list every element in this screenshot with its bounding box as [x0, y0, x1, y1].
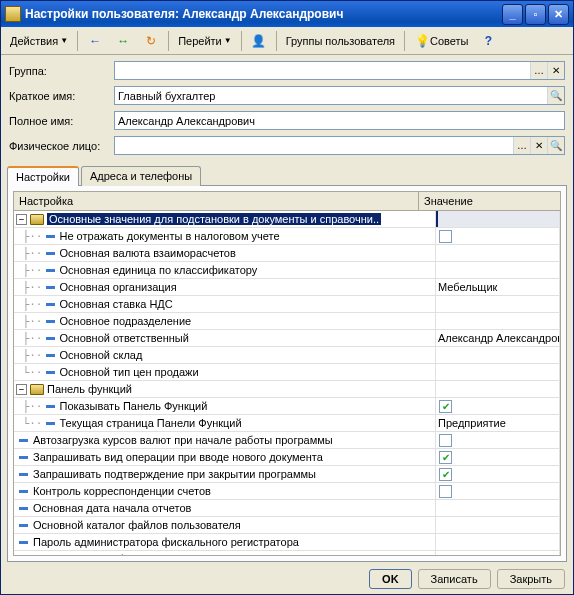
value-cell[interactable] [436, 313, 560, 329]
table-row[interactable]: ├··Основная организацияМебельщик [14, 279, 560, 296]
user-icon-button[interactable]: 👤 [246, 30, 272, 52]
value-cell[interactable] [436, 483, 560, 499]
value-cell[interactable]: Мебельщик [436, 279, 560, 295]
tree-toggle[interactable]: − [16, 214, 27, 225]
phys-person-input[interactable] [115, 137, 513, 154]
value-cell[interactable] [436, 296, 560, 312]
short-name-input[interactable] [115, 87, 547, 104]
refresh-nav-button[interactable]: ↔ [110, 30, 136, 52]
goto-menu[interactable]: Перейти ▼ [173, 30, 237, 52]
table-body[interactable]: −Основные значения для подстановки в док… [14, 211, 560, 555]
value-cell[interactable]: Александр Александрович [436, 330, 560, 346]
select-button[interactable]: … [530, 62, 547, 79]
value-text: Предприятие [438, 417, 506, 429]
table-row[interactable]: Пароль администратора фискального регист… [14, 534, 560, 551]
table-row[interactable]: └··Текущая страница Панели ФункцийПредпр… [14, 415, 560, 432]
table-row[interactable]: Запрашивать подтверждение при закрытии п… [14, 466, 560, 483]
table-row[interactable]: Автозагрузка курсов валют при начале раб… [14, 432, 560, 449]
minimize-button[interactable]: _ [502, 4, 523, 25]
table-row[interactable]: ├··Основная единица по классификатору [14, 262, 560, 279]
value-cell[interactable]: ✔ [436, 466, 560, 482]
value-cell[interactable] [436, 262, 560, 278]
table-row[interactable]: ├··Показывать Панель Функций✔ [14, 398, 560, 415]
clear-button[interactable]: ✕ [530, 137, 547, 154]
table-row[interactable]: ├··Основная ставка НДС [14, 296, 560, 313]
table-row[interactable]: Контроль корреспонденции счетов [14, 483, 560, 500]
checkbox[interactable]: ✔ [439, 451, 452, 464]
tab-content: Настройка Значение −Основные значения дл… [7, 186, 567, 562]
setting-label: Не отражать документы в налоговом учете [60, 230, 280, 242]
tips-button[interactable]: 💡 Советы [409, 30, 473, 52]
value-cell[interactable] [436, 381, 560, 397]
table-row[interactable]: −Основные значения для подстановки в док… [14, 211, 560, 228]
user-icon: 👤 [251, 33, 267, 49]
lookup-button[interactable]: 🔍 [547, 87, 564, 104]
value-cell[interactable] [436, 364, 560, 380]
tab-settings[interactable]: Настройки [7, 166, 79, 186]
value-cell[interactable] [436, 347, 560, 363]
back-button[interactable]: ← [82, 30, 108, 52]
value-text: Мебельщик [438, 281, 497, 293]
table-row[interactable]: Основная дата начала отчетов [14, 500, 560, 517]
close-window-button[interactable]: ✕ [548, 4, 569, 25]
value-cell[interactable] [436, 500, 560, 516]
short-name-label: Краткое имя: [9, 90, 114, 102]
checkbox[interactable]: ✔ [439, 400, 452, 413]
full-name-input[interactable] [115, 112, 564, 129]
dash-icon [46, 286, 55, 289]
user-groups-button[interactable]: Группы пользователя [281, 30, 400, 52]
setting-label: Основная дата начала отчетов [33, 502, 191, 514]
setting-cell: ├··Не отражать документы в налоговом уче… [14, 228, 436, 244]
table-row[interactable]: ├··Основное подразделение [14, 313, 560, 330]
table-row[interactable]: Основной каталог файлов пользователя [14, 517, 560, 534]
clear-button[interactable]: ✕ [547, 62, 564, 79]
value-cell[interactable] [436, 211, 560, 227]
table-row[interactable]: ├··Основная валюта взаиморасчетов [14, 245, 560, 262]
dash-icon [46, 405, 55, 408]
checkbox[interactable] [439, 485, 452, 498]
separator [404, 31, 405, 51]
tree-toggle[interactable]: − [16, 384, 27, 395]
col-setting[interactable]: Настройка [14, 192, 419, 210]
table-row[interactable]: ├··Основной склад [14, 347, 560, 364]
table-row[interactable]: ├··Не отражать документы в налоговом уче… [14, 228, 560, 245]
setting-label: Запрашивать подтверждение при закрытии п… [33, 468, 316, 480]
value-cell[interactable] [436, 517, 560, 533]
table-row[interactable]: Пароль кассира фискального регистратора [14, 551, 560, 555]
select-button[interactable]: … [513, 137, 530, 154]
value-cell[interactable] [436, 245, 560, 261]
value-cell[interactable] [436, 551, 560, 555]
toolbar: Действия ▼ ← ↔ ↻ Перейти ▼ 👤 Группы поль… [1, 27, 573, 55]
write-button[interactable]: Записать [418, 569, 491, 589]
lookup-button[interactable]: 🔍 [547, 137, 564, 154]
table-row[interactable]: └··Основной тип цен продажи [14, 364, 560, 381]
value-cell[interactable] [436, 432, 560, 448]
checkbox[interactable]: ✔ [439, 468, 452, 481]
setting-cell: Автозагрузка курсов валют при начале раб… [14, 432, 436, 448]
setting-cell: └··Текущая страница Панели Функций [14, 415, 436, 431]
table-row[interactable]: ├··Основной ответственныйАлександр Алекс… [14, 330, 560, 347]
maximize-button[interactable]: ▫ [525, 4, 546, 25]
setting-cell: Основная дата начала отчетов [14, 500, 436, 516]
table-row[interactable]: −Панель функций [14, 381, 560, 398]
value-cell[interactable]: ✔ [436, 398, 560, 414]
value-cell[interactable] [436, 228, 560, 244]
dash-icon [46, 235, 55, 238]
value-cell[interactable]: ✔ [436, 449, 560, 465]
close-button[interactable]: Закрыть [497, 569, 565, 589]
checkbox[interactable] [439, 230, 452, 243]
col-value[interactable]: Значение [419, 192, 560, 210]
table-row[interactable]: Запрашивать вид операции при вводе новог… [14, 449, 560, 466]
checkbox[interactable] [439, 434, 452, 447]
group-input[interactable] [115, 62, 530, 79]
value-cell[interactable]: Предприятие [436, 415, 560, 431]
tab-addresses[interactable]: Адреса и телефоны [81, 166, 201, 186]
ok-button[interactable]: OK [369, 569, 412, 589]
value-cell[interactable] [436, 534, 560, 550]
dash-icon [46, 303, 55, 306]
dash-icon [46, 269, 55, 272]
chevron-down-icon: ▼ [60, 36, 68, 45]
help-button[interactable]: ? [476, 30, 502, 52]
actions-menu[interactable]: Действия ▼ [5, 30, 73, 52]
refresh-button[interactable]: ↻ [138, 30, 164, 52]
